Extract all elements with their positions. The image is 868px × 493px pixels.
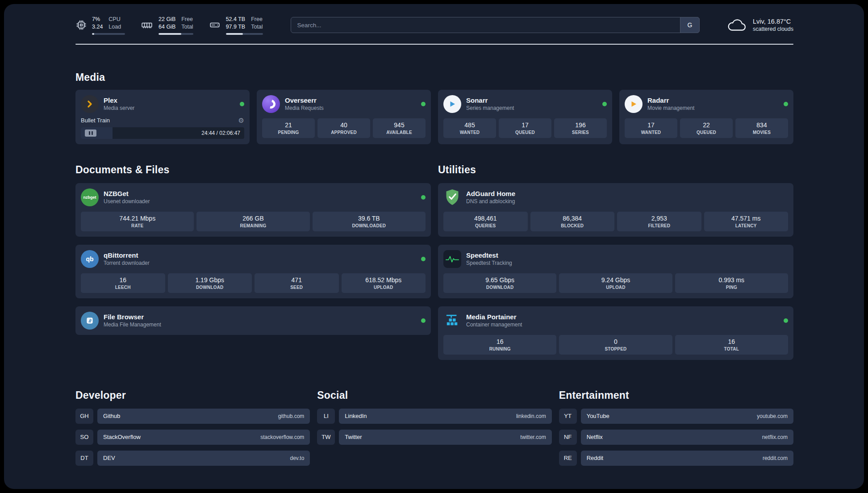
adguard-shield-icon	[443, 188, 461, 206]
stat-value: 22	[682, 121, 731, 129]
stat-label: QUERIES	[445, 223, 526, 228]
stat-value: 2,953	[619, 215, 700, 222]
stats-row: 9.65 Gbps DOWNLOAD 9.24 Gbps UPLOAD 0.99…	[443, 273, 788, 293]
status-online-dot	[784, 102, 788, 106]
search-engine-button[interactable]: G	[680, 17, 700, 33]
disk-free-label: Free	[251, 16, 263, 23]
weather-text: Lviv, 16.87°C scattered clouds	[753, 18, 793, 32]
filebrowser-icon	[81, 312, 99, 330]
qbittorrent-icon-text: qb	[86, 255, 93, 263]
middle-columns: Documents & Files nzbget NZBGet Usenet d…	[75, 164, 793, 360]
stats-row: 21 PENDING 40 APPROVED 945 AVAILABLE	[262, 118, 426, 138]
nzbget-card[interactable]: nzbget NZBGet Usenet downloader 744.21 M…	[75, 183, 431, 237]
bookmark-github[interactable]: GH Github github.com	[75, 409, 310, 424]
search-input[interactable]	[291, 17, 700, 33]
bookmark-stackoverflow[interactable]: SO StackOverflow stackoverflow.com	[75, 430, 310, 445]
bookmark-name: DEV	[103, 455, 115, 461]
filebrowser-card[interactable]: File Browser Media File Management	[75, 306, 431, 335]
bookmark-abbr: DT	[75, 451, 93, 466]
bookmark-domain: dev.to	[290, 455, 305, 461]
bookmark-abbr: LI	[317, 409, 335, 424]
plex-card-header: Plex Media server	[81, 95, 244, 113]
radarr-card[interactable]: Radarr Movie management 17 WANTED 22 QUE…	[619, 90, 793, 144]
sonarr-card-header: Sonarr Series management	[443, 95, 607, 113]
bookmark-dev[interactable]: DT DEV dev.to	[75, 451, 310, 466]
stat-value: 9.24 Gbps	[561, 276, 670, 284]
portainer-card[interactable]: Media Portainer Container management 16 …	[438, 306, 793, 360]
radarr-icon	[625, 95, 643, 113]
stat-download: 9.65 Gbps DOWNLOAD	[443, 273, 556, 293]
bookmark-reddit[interactable]: RE Reddit reddit.com	[559, 451, 793, 466]
bookmark-pill: DEV dev.to	[97, 451, 310, 466]
playback-time: 24:44 / 02:06:47	[201, 130, 240, 136]
stat-upload: 618.52 Mbps UPLOAD	[342, 273, 426, 293]
qbittorrent-card[interactable]: qb qBittorrent Torrent downloader 16 LEE…	[75, 245, 431, 298]
pause-button[interactable]	[85, 130, 96, 137]
stats-row: 16 LEECH 1.19 Gbps DOWNLOAD 471 SEED 6	[81, 273, 426, 293]
stats-row: 17 WANTED 22 QUEUED 834 MOVIES	[625, 118, 788, 138]
stat-label: FILTERED	[619, 223, 700, 228]
stat-label: DOWNLOAD	[445, 285, 555, 290]
bookmark-abbr: YT	[559, 409, 577, 424]
ram-total-label: Total	[181, 23, 193, 30]
app-subtitle: Media server	[104, 105, 134, 111]
cpu-load-value: 3.24	[92, 23, 103, 30]
bookmark-twitter[interactable]: TW Twitter twitter.com	[317, 430, 551, 445]
stat-label: SEED	[256, 285, 337, 290]
weather-location: Lviv, 16.87°C	[753, 18, 793, 25]
bookmark-pill: Netflix netflix.com	[581, 430, 793, 445]
disk-stat-body: 52.4 TB 97.9 TB Free Total	[226, 16, 263, 35]
stat-seed: 471 SEED	[255, 273, 339, 293]
bookmark-linkedin[interactable]: LI LinkedIn linkedin.com	[317, 409, 551, 424]
app-titles: Radarr Movie management	[647, 96, 694, 111]
settings-gear-icon[interactable]: ⚙	[238, 117, 244, 124]
speedtest-pulse-icon	[443, 250, 461, 268]
overseerr-swirl	[265, 98, 277, 110]
radarr-card-header: Radarr Movie management	[625, 95, 788, 113]
bookmark-pill: StackOverflow stackoverflow.com	[97, 430, 310, 445]
sonarr-card[interactable]: Sonarr Series management 485 WANTED 17 Q…	[438, 90, 612, 144]
stat-series: 196 SERIES	[554, 118, 607, 138]
bookmark-domain: netflix.com	[762, 434, 788, 440]
now-playing-row: Bullet Train ⚙	[81, 117, 244, 124]
stat-value: 945	[375, 121, 424, 129]
documents-section-title: Documents & Files	[75, 164, 431, 176]
adguard-card[interactable]: AdGuard Home DNS and adblocking 498,461 …	[438, 183, 793, 237]
app-name: Plex	[104, 96, 134, 104]
social-column: Social LI LinkedIn linkedin.com TW Twitt…	[317, 389, 551, 466]
overseerr-card-header: Overseerr Media Requests	[262, 95, 426, 113]
stat-label: PING	[677, 285, 786, 290]
bookmark-pill: Twitter twitter.com	[339, 430, 551, 445]
status-online-dot	[421, 257, 426, 261]
developer-bookmarks: GH Github github.com SO StackOverflow st…	[75, 409, 310, 466]
cloud-icon	[726, 17, 747, 33]
playback-progress-bar[interactable]: 24:44 / 02:06:47	[81, 127, 244, 139]
stat-approved: 40 APPROVED	[317, 118, 370, 138]
stat-wanted: 485 WANTED	[443, 118, 496, 138]
app-name: Overseerr	[285, 96, 324, 104]
speedtest-card[interactable]: Speedtest Speedtest Tracking 9.65 Gbps D…	[438, 245, 793, 298]
bookmark-abbr: NF	[559, 430, 577, 445]
app-subtitle: Container management	[466, 322, 522, 328]
entertainment-column: Entertainment YT YouTube youtube.com NF …	[559, 389, 793, 466]
topbar: 7% 3.24 CPU Load	[75, 16, 793, 35]
app-titles: Sonarr Series management	[466, 96, 514, 111]
bookmark-netflix[interactable]: NF Netflix netflix.com	[559, 430, 793, 445]
plex-card[interactable]: Plex Media server Bullet Train ⚙ 24:44 /…	[75, 90, 250, 144]
stat-value: 17	[501, 121, 550, 129]
overseerr-card[interactable]: Overseerr Media Requests 21 PENDING 40 A…	[257, 90, 431, 144]
app-name: Speedtest	[466, 251, 512, 259]
nzbget-icon: nzbget	[81, 188, 99, 206]
social-bookmarks: LI LinkedIn linkedin.com TW Twitter twit…	[317, 409, 551, 445]
stat-label: RUNNING	[445, 347, 555, 351]
stat-value: 744.21 Mbps	[83, 215, 192, 222]
disk-usage-bar-fill	[226, 33, 243, 35]
bookmark-pill: YouTube youtube.com	[581, 409, 793, 424]
app-name: qBittorrent	[104, 251, 150, 259]
qbittorrent-card-header: qb qBittorrent Torrent downloader	[81, 250, 426, 268]
bookmark-youtube[interactable]: YT YouTube youtube.com	[559, 409, 793, 424]
ram-total-value: 64 GiB	[159, 23, 175, 30]
stat-queued: 22 QUEUED	[680, 118, 733, 138]
cpu-stat-body: 7% 3.24 CPU Load	[92, 16, 125, 35]
app-name: Sonarr	[466, 96, 514, 104]
